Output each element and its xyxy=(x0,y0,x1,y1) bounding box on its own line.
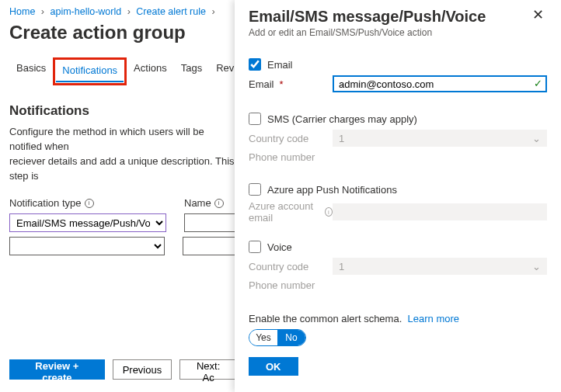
notification-name-input[interactable] xyxy=(184,213,239,232)
ok-button[interactable]: OK xyxy=(249,357,298,376)
email-input[interactable] xyxy=(333,75,547,92)
panel-subtitle: Add or edit an Email/SMS/Push/Voice acti… xyxy=(249,27,486,38)
review-create-button[interactable]: Review + create xyxy=(9,359,105,380)
email-section: Email Email* ✓ xyxy=(249,58,547,92)
voice-phone-label: Phone number xyxy=(249,279,547,291)
notification-type-select[interactable]: Email/SMS message/Push/Voice xyxy=(9,213,166,232)
chevron-right-icon: › xyxy=(41,6,44,17)
notification-row-empty xyxy=(9,237,237,255)
highlight-box: Notifications xyxy=(53,57,127,85)
toggle-no[interactable]: No xyxy=(277,330,305,345)
notification-name-input-empty[interactable] xyxy=(183,237,237,255)
email-checkbox-label: Email xyxy=(267,59,293,71)
voice-country-code-label: Country code xyxy=(249,261,333,272)
section-heading: Notifications xyxy=(9,103,237,119)
chevron-down-icon: ⌄ xyxy=(532,133,541,144)
previous-button[interactable]: Previous xyxy=(113,359,172,380)
chevron-right-icon: › xyxy=(211,6,214,17)
voice-section: Voice Country code 1⌄ Phone number xyxy=(249,241,547,294)
chevron-down-icon: ⌄ xyxy=(532,261,541,272)
push-checkbox-label: Azure app Push Notifications xyxy=(267,184,397,196)
info-icon[interactable]: i xyxy=(325,207,333,217)
info-icon[interactable]: i xyxy=(85,199,94,208)
tab-notifications[interactable]: Notifications xyxy=(56,61,124,82)
schema-toggle[interactable]: Yes No xyxy=(249,329,306,346)
notification-config-panel: Email/SMS message/Push/Voice Add or edit… xyxy=(235,0,561,392)
column-headers: Notification type i Name i xyxy=(9,197,237,209)
learn-more-link[interactable]: Learn more xyxy=(408,313,459,324)
info-icon[interactable]: i xyxy=(214,199,224,208)
panel-title: Email/SMS message/Push/Voice xyxy=(249,8,486,26)
toggle-yes[interactable]: Yes xyxy=(249,330,277,345)
push-checkbox[interactable] xyxy=(249,183,261,196)
tab-tags[interactable]: Tags xyxy=(174,57,209,85)
email-field-label: Email* xyxy=(249,78,333,90)
email-checkbox[interactable] xyxy=(249,58,261,71)
tabs: Basics Notifications Actions Tags Review xyxy=(9,57,237,86)
col-notification-type: Notification type i xyxy=(9,197,184,209)
next-button[interactable]: Next: Ac xyxy=(179,359,237,380)
page-title: Create action group xyxy=(9,22,237,43)
breadcrumb: Home › apim-hello-world › Create alert r… xyxy=(9,6,237,17)
sms-country-code-select: 1⌄ xyxy=(333,130,547,147)
close-icon[interactable]: ✕ xyxy=(528,8,547,22)
crumb-resource[interactable]: apim-hello-world xyxy=(50,6,121,17)
notification-type-select-empty[interactable] xyxy=(9,237,165,255)
tab-actions[interactable]: Actions xyxy=(127,57,174,85)
voice-checkbox-label: Voice xyxy=(267,241,292,253)
voice-checkbox[interactable] xyxy=(249,241,261,253)
tab-basics[interactable]: Basics xyxy=(9,57,53,85)
sms-checkbox[interactable] xyxy=(249,113,261,125)
push-section: Azure app Push Notifications Azure accou… xyxy=(249,183,547,224)
push-email-label: Azure account email i xyxy=(249,200,333,224)
crumb-alert-rule[interactable]: Create alert rule xyxy=(136,6,206,17)
sms-country-code-label: Country code xyxy=(249,133,333,144)
voice-country-code-select: 1⌄ xyxy=(333,258,547,275)
footer-buttons: Review + create Previous Next: Ac xyxy=(9,359,237,380)
push-email-input xyxy=(333,203,547,220)
chevron-right-icon: › xyxy=(127,6,131,17)
crumb-home[interactable]: Home xyxy=(9,6,35,17)
notification-row: Email/SMS message/Push/Voice xyxy=(9,213,237,232)
main-pane: Home › apim-hello-world › Create alert r… xyxy=(0,0,237,392)
sms-section: SMS (Carrier charges may apply) Country … xyxy=(249,113,547,166)
section-description: Configure the method in which users will… xyxy=(9,125,237,183)
schema-line: Enable the common alert schema. Learn mo… xyxy=(249,313,547,346)
sms-checkbox-label: SMS (Carrier charges may apply) xyxy=(267,113,417,125)
col-name: Name i xyxy=(184,197,224,209)
sms-phone-label: Phone number xyxy=(249,151,547,163)
